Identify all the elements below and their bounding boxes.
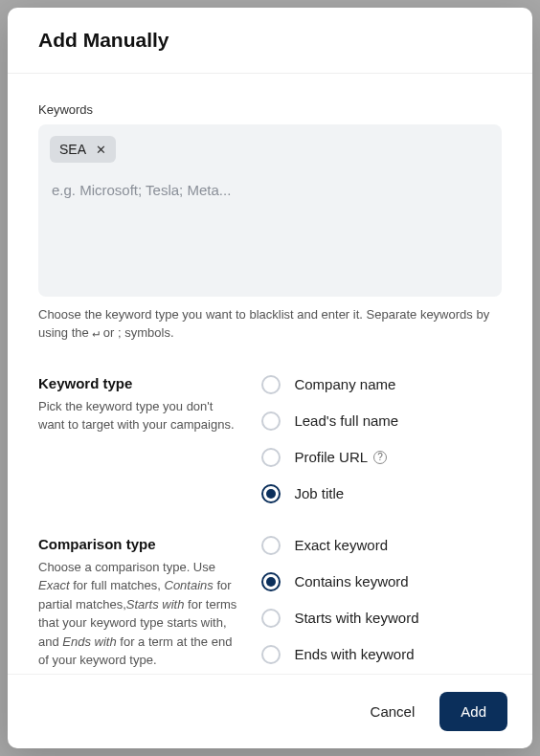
add-manually-modal: Add Manually Keywords SEA ✕ Choose the k… (8, 8, 532, 748)
modal-footer: Cancel Add (8, 674, 532, 748)
keywords-input[interactable] (50, 180, 490, 249)
keyword-type-heading: Keyword type (38, 375, 242, 391)
keyword-type-description: Pick the keyword type you don't want to … (38, 397, 242, 434)
radio-icon (261, 411, 281, 431)
keyword-chip: SEA ✕ (50, 136, 116, 163)
comparison-type-options: Exact keyword Contains keyword Starts wi… (261, 536, 502, 664)
radio-icon (261, 375, 281, 394)
radio-ends-with-keyword[interactable]: Ends with keyword (261, 645, 502, 664)
radio-icon (261, 645, 281, 664)
radio-label: Profile URL ? (294, 449, 387, 465)
add-button[interactable]: Add (439, 692, 507, 731)
radio-icon (261, 448, 281, 467)
radio-label: Ends with keyword (294, 646, 414, 662)
comparison-type-heading: Comparison type (38, 536, 242, 552)
keyword-type-section: Keyword type Pick the keyword type you d… (38, 375, 502, 503)
radio-icon (261, 572, 281, 591)
close-icon[interactable]: ✕ (96, 144, 106, 156)
cancel-button[interactable]: Cancel (365, 694, 421, 729)
comparison-type-section: Comparison type Choose a comparison type… (38, 536, 502, 670)
keyword-type-options: Company name Lead's full name Profile UR… (261, 375, 502, 503)
radio-profile-url[interactable]: Profile URL ? (261, 448, 502, 467)
keywords-help: Choose the keyword type you want to blac… (38, 306, 502, 343)
radio-label: Job title (294, 485, 344, 501)
radio-label: Lead's full name (294, 412, 398, 429)
modal-header: Add Manually (8, 8, 532, 74)
radio-company-name[interactable]: Company name (261, 375, 502, 394)
radio-icon (261, 484, 281, 503)
radio-job-title[interactable]: Job title (261, 484, 502, 503)
radio-icon (261, 536, 281, 555)
radio-label: Exact keyword (294, 537, 388, 553)
keywords-box[interactable]: SEA ✕ (38, 124, 502, 297)
radio-label: Starts with keyword (294, 610, 418, 626)
radio-leads-full-name[interactable]: Lead's full name (261, 411, 502, 431)
radio-starts-with-keyword[interactable]: Starts with keyword (261, 609, 502, 628)
radio-exact-keyword[interactable]: Exact keyword (261, 536, 502, 555)
radio-icon (261, 609, 281, 628)
radio-label: Contains keyword (294, 573, 408, 589)
keywords-label: Keywords (38, 102, 502, 117)
keyword-chip-text: SEA (59, 142, 86, 157)
comparison-type-description: Choose a comparison type. Use Exact for … (38, 558, 242, 670)
modal-body[interactable]: Keywords SEA ✕ Choose the keyword type y… (8, 74, 532, 674)
radio-label: Company name (294, 376, 395, 392)
radio-contains-keyword[interactable]: Contains keyword (261, 572, 502, 591)
help-icon[interactable]: ? (373, 451, 387, 464)
modal-title: Add Manually (38, 29, 502, 52)
